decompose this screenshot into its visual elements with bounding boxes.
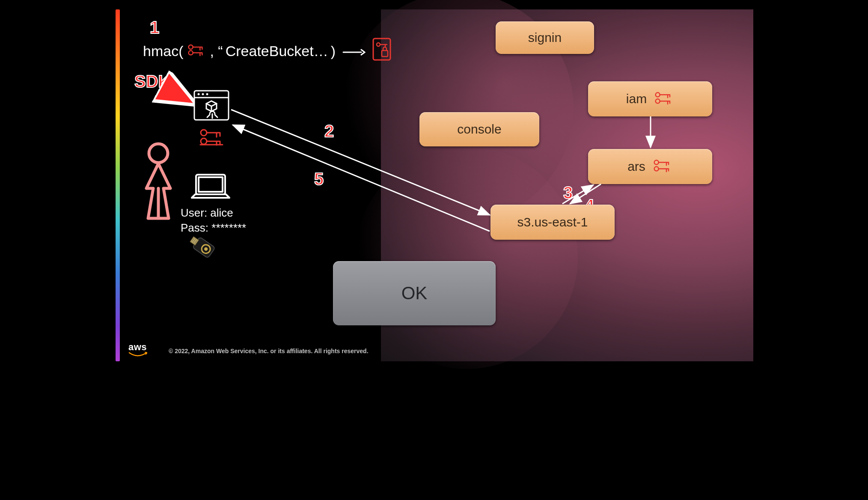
yubikey-icon: [186, 232, 218, 262]
svg-point-10: [202, 93, 204, 95]
node-iam: iam: [588, 81, 712, 116]
user-label: User:: [181, 206, 207, 219]
step-number-1: 1: [150, 18, 159, 37]
pass-value: ********: [211, 221, 246, 234]
node-console-label: console: [457, 122, 501, 137]
arrow-right-icon: [342, 43, 366, 60]
sdk-label: SDK: [134, 72, 170, 91]
svg-point-1: [189, 51, 193, 55]
svg-point-30: [654, 160, 659, 164]
sdk-browser-icon: [193, 90, 229, 122]
svg-point-28: [656, 92, 660, 97]
svg-rect-5: [382, 51, 388, 57]
key-icon: [651, 158, 673, 176]
aws-smile-icon: [128, 352, 147, 358]
hmac-suffix: ): [331, 43, 336, 60]
pass-line: Pass: ********: [181, 220, 246, 235]
credentials-key-icon: [198, 128, 224, 147]
svg-rect-20: [199, 177, 223, 192]
key-icon: [653, 90, 674, 108]
hmac-prefix: hmac(: [143, 43, 183, 60]
node-ok: OK: [333, 261, 496, 325]
svg-point-9: [198, 93, 200, 95]
rainbow-accent-bar: [116, 9, 120, 361]
signed-request-icon: [372, 38, 391, 64]
hmac-formula: hmac( , “CreateBucket…): [143, 38, 391, 64]
user-person-icon: [140, 141, 176, 229]
svg-point-18: [149, 144, 168, 163]
pass-label: Pass:: [181, 221, 208, 234]
node-s3: s3.us-east-1: [490, 205, 615, 240]
step-number-3: 3: [563, 183, 573, 202]
svg-point-31: [654, 167, 659, 171]
step-number-2: 2: [324, 122, 334, 141]
node-iam-label: iam: [626, 92, 647, 106]
svg-point-29: [656, 99, 660, 103]
node-ars-label: ars: [627, 159, 645, 174]
svg-point-0: [189, 45, 193, 49]
node-console: console: [419, 112, 539, 146]
aws-wordmark: aws: [128, 342, 147, 352]
cloud-lobe: [355, 146, 578, 369]
node-s3-label: s3.us-east-1: [517, 215, 588, 229]
copyright-text: © 2022, Amazon Web Services, Inc. or its…: [169, 348, 369, 354]
user-credentials: User: alice Pass: ********: [181, 205, 246, 235]
user-value: alice: [210, 206, 233, 219]
hmac-mid: , “: [210, 43, 223, 60]
node-ars: ars: [588, 149, 712, 184]
hmac-api-call: CreateBucket…: [226, 43, 328, 60]
svg-point-15: [201, 130, 207, 136]
svg-line-6: [169, 90, 191, 102]
svg-rect-7: [194, 91, 229, 120]
step-number-5: 5: [314, 170, 324, 189]
svg-point-16: [201, 138, 207, 144]
node-ok-label: OK: [401, 283, 428, 304]
user-line: User: alice: [181, 205, 246, 220]
node-signin-label: signin: [528, 30, 562, 45]
key-icon: [186, 42, 207, 60]
svg-point-11: [206, 93, 208, 95]
aws-logo: aws: [128, 342, 147, 358]
node-signin: signin: [496, 21, 594, 54]
laptop-icon: [190, 173, 231, 204]
slide-stage: hmac( , “CreateBucket…): [109, 0, 759, 375]
